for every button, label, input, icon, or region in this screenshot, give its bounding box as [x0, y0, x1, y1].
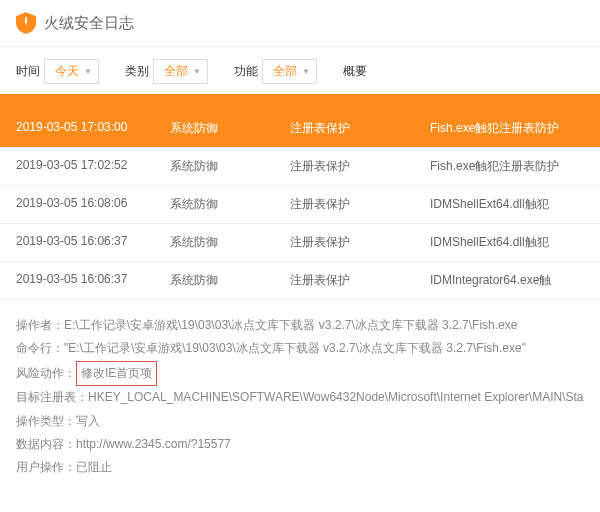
userop-label: 用户操作： [16, 460, 76, 474]
userop-value: 已阻止 [76, 460, 112, 474]
cell-function: 注册表保护 [290, 120, 430, 137]
filter-time-dropdown[interactable]: 今天 ▼ [44, 59, 99, 84]
cell-category: 系统防御 [170, 196, 290, 213]
table-row[interactable]: 2019-03-05 16:06:37系统防御注册表保护IDMShellExt6… [0, 224, 600, 262]
table-row[interactable]: 2019-03-05 17:02:52系统防御注册表保护Fish.exe触犯注册… [0, 148, 600, 186]
operator-value: E:\工作记录\安卓游戏\19\03\03\冰点文库下载器 v3.2.7\冰点文… [64, 318, 517, 332]
cell-time: 2019-03-05 17:02:52 [0, 158, 170, 175]
filter-category-label: 类别 [125, 63, 149, 80]
log-table: 2019-03-05 17:03:00系统防御注册表保护Fish.exe触犯注册… [0, 94, 600, 300]
optype-label: 操作类型： [16, 414, 76, 428]
operator-label: 操作者： [16, 318, 64, 332]
cell-time: 2019-03-05 17:03:00 [0, 120, 170, 137]
data-label: 数据内容： [16, 437, 76, 451]
cmdline-label: 命令行： [16, 341, 64, 355]
cell-summary: Fish.exe触犯注册表防护 [430, 120, 600, 137]
filter-category-dropdown[interactable]: 全部 ▼ [153, 59, 208, 84]
cell-function: 注册表保护 [290, 272, 430, 289]
filter-category-value: 全部 [164, 63, 188, 80]
cell-summary: IDMShellExt64.dll触犯 [430, 234, 600, 251]
cell-category: 系统防御 [170, 158, 290, 175]
cell-time: 2019-03-05 16:06:37 [0, 234, 170, 251]
cell-function: 注册表保护 [290, 234, 430, 251]
cell-function: 注册表保护 [290, 158, 430, 175]
filter-summary-label: 概要 [343, 63, 367, 80]
cell-summary: IDMShellExt64.dll触犯 [430, 196, 600, 213]
filter-time-label: 时间 [16, 63, 40, 80]
table-row[interactable]: 2019-03-05 16:06:37系统防御注册表保护IDMIntegrato… [0, 262, 600, 300]
filter-function-value: 全部 [273, 63, 297, 80]
table-header [0, 94, 600, 110]
cell-category: 系统防御 [170, 120, 290, 137]
table-row[interactable]: 2019-03-05 17:03:00系统防御注册表保护Fish.exe触犯注册… [0, 110, 600, 148]
cmdline-value: "E:\工作记录\安卓游戏\19\03\03\冰点文库下载器 v3.2.7\冰点… [64, 341, 526, 355]
cell-category: 系统防御 [170, 272, 290, 289]
filter-bar: 时间 今天 ▼ 类别 全部 ▼ 功能 全部 ▼ 概要 [0, 47, 600, 94]
optype-value: 写入 [76, 414, 100, 428]
risk-label: 风险动作： [16, 366, 76, 380]
risk-value: 修改IE首页项 [76, 361, 157, 386]
shield-icon [16, 12, 36, 34]
chevron-down-icon: ▼ [193, 67, 201, 76]
data-value: http://www.2345.com/?15577 [76, 437, 231, 451]
cell-summary: Fish.exe触犯注册表防护 [430, 158, 600, 175]
cell-time: 2019-03-05 16:06:37 [0, 272, 170, 289]
cell-function: 注册表保护 [290, 196, 430, 213]
target-label: 目标注册表： [16, 390, 88, 404]
cell-time: 2019-03-05 16:08:06 [0, 196, 170, 213]
cell-summary: IDMIntegrator64.exe触 [430, 272, 600, 289]
chevron-down-icon: ▼ [302, 67, 310, 76]
table-body: 2019-03-05 17:03:00系统防御注册表保护Fish.exe触犯注册… [0, 110, 600, 300]
cell-category: 系统防御 [170, 234, 290, 251]
filter-function-label: 功能 [234, 63, 258, 80]
target-value: HKEY_LOCAL_MACHINE\SOFTWARE\Wow6432Node\… [88, 390, 584, 404]
table-row[interactable]: 2019-03-05 16:08:06系统防御注册表保护IDMShellExt6… [0, 186, 600, 224]
filter-time-value: 今天 [55, 63, 79, 80]
app-title: 火绒安全日志 [44, 14, 134, 33]
footer: 项目数：14 [0, 494, 600, 512]
detail-panel: 操作者：E:\工作记录\安卓游戏\19\03\03\冰点文库下载器 v3.2.7… [0, 300, 600, 494]
filter-function-dropdown[interactable]: 全部 ▼ [262, 59, 317, 84]
chevron-down-icon: ▼ [84, 67, 92, 76]
app-header: 火绒安全日志 [0, 0, 600, 47]
